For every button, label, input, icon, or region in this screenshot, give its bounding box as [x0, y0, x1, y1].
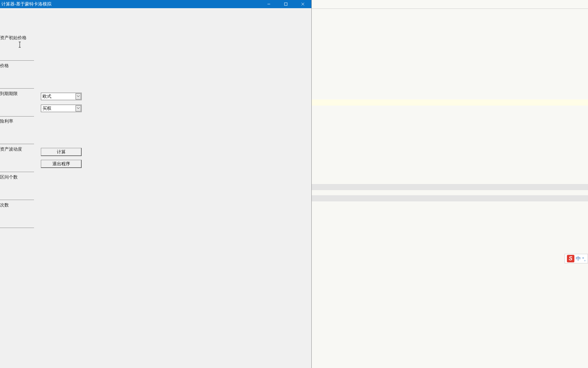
text-cursor	[18, 42, 19, 48]
client-area: 资产初始价格 价格 到期期限 险利率 资产波动度 区间个数 次数	[0, 8, 311, 368]
input-sim-count[interactable]	[0, 208, 34, 228]
exit-button-label: 退出程序	[52, 161, 70, 167]
maximize-button[interactable]	[277, 0, 294, 8]
combo-option-right[interactable]: 买权	[41, 105, 82, 112]
label-sim-count: 次数	[0, 201, 35, 208]
label-initial-price: 资产初始价格	[0, 34, 35, 40]
input-risk-free-rate[interactable]	[0, 124, 34, 144]
code-highlight-line	[312, 99, 588, 106]
editor-top-border	[312, 9, 588, 9]
field-sim-count: 次数	[0, 201, 35, 228]
ime-indicator[interactable]: S 中 °,	[565, 254, 588, 263]
field-strike-price: 价格	[0, 62, 35, 89]
combo-option-style-value: 欧式	[43, 93, 51, 99]
window-controls	[260, 0, 311, 8]
calculate-button[interactable]: 计算	[41, 148, 82, 156]
label-maturity: 到期期限	[0, 90, 35, 96]
maximize-icon	[284, 2, 288, 6]
input-volatility[interactable]	[0, 152, 34, 172]
input-strike-price[interactable]	[0, 68, 34, 89]
exit-button[interactable]: 退出程序	[41, 160, 82, 168]
code-gray-band	[312, 195, 588, 201]
calculate-button-label: 计算	[57, 149, 66, 155]
combo-option-style[interactable]: 欧式	[41, 93, 82, 100]
field-maturity: 到期期限	[0, 90, 35, 117]
label-risk-free-rate: 险利率	[0, 118, 35, 124]
combo-option-right-value: 买权	[43, 105, 51, 111]
input-maturity[interactable]	[0, 96, 34, 117]
minimize-icon	[267, 2, 271, 6]
chevron-down-icon	[76, 105, 81, 111]
app-window: 计算器-基于蒙特卡洛模拟 资产初始价格 价格 到期期限	[0, 0, 312, 368]
label-intervals: 区间个数	[0, 173, 35, 180]
chevron-down-icon	[76, 93, 81, 99]
ime-mode-label: °,	[582, 256, 586, 262]
close-icon	[301, 2, 305, 6]
ime-lang-label: 中	[576, 256, 581, 262]
field-intervals: 区间个数	[0, 173, 35, 200]
code-gray-band	[312, 184, 588, 190]
close-button[interactable]	[294, 0, 311, 8]
field-volatility: 资产波动度	[0, 145, 35, 172]
svg-rect-1	[284, 3, 287, 5]
window-title: 计算器-基于蒙特卡洛模拟	[1, 1, 260, 7]
input-intervals[interactable]	[0, 180, 34, 200]
titlebar[interactable]: 计算器-基于蒙特卡洛模拟	[0, 0, 311, 8]
input-initial-price[interactable]	[0, 40, 34, 61]
field-initial-price: 资产初始价格	[0, 34, 35, 61]
field-risk-free-rate: 险利率	[0, 118, 35, 144]
label-strike-price: 价格	[0, 62, 35, 68]
ime-logo-icon: S	[567, 255, 574, 262]
label-volatility: 资产波动度	[0, 145, 35, 152]
minimize-button[interactable]	[260, 0, 277, 8]
